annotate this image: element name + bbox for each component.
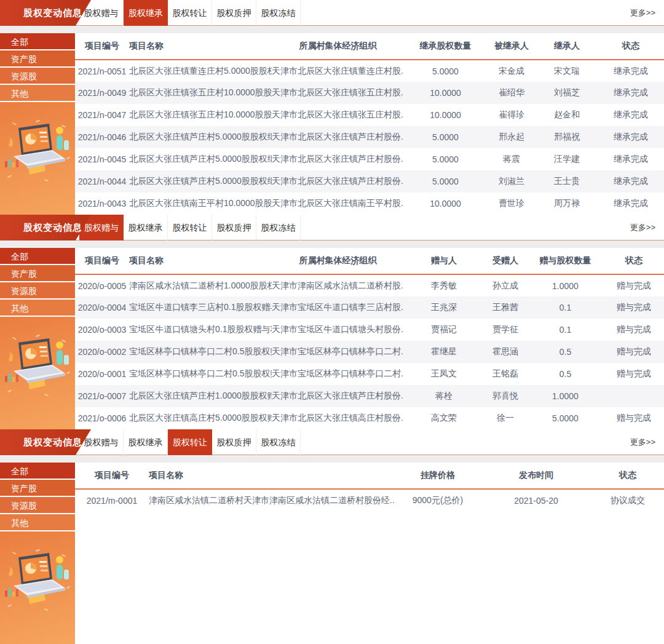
sidebar-item-全部[interactable]: 全部 <box>0 248 75 265</box>
section-content: 全部资产股资源股其他 项目编号项目名称所属村集体经济组织继承股权数量被继承人继承… <box>0 33 664 215</box>
more-link[interactable]: 更多>> <box>630 0 655 26</box>
table-cell: 天津市津南区咸水沽镇二道桥村股... <box>272 274 404 296</box>
column-header: 赠与人 <box>404 248 484 274</box>
category-sidebar: 全部资产股资源股其他 <box>0 248 75 429</box>
table-row[interactable]: 2021/o-0006北辰区大张庄镇高庄村5.0000股股权赠与...天津市北辰… <box>75 407 664 429</box>
tab-股权冻结[interactable]: 股权冻结 <box>256 0 301 26</box>
table-cell: 崔绍华 <box>487 82 536 104</box>
table-area: 项目编号项目名称所属村集体经济组织赠与人受赠人赠与股权数量状态 2020/o-0… <box>75 248 664 429</box>
table-row[interactable]: 2021/n-0047北辰区大张庄镇张五庄村10.0000股股权继...天津市北… <box>75 104 664 126</box>
section-gap <box>0 26 664 33</box>
table-row[interactable]: 2020/o-0003宝坻区牛道口镇塘头村0.1股股权赠与项目天津市宝坻区牛道口… <box>75 319 664 341</box>
column-header: 受赠人 <box>484 248 527 274</box>
table-row[interactable]: 2021/o-0007北辰区大张庄镇芦庄村1.0000股股权赠与...天津市北辰… <box>75 385 664 407</box>
table-row[interactable]: 2021/n-0051北辰区大张庄镇董连庄村5.0000股股权继...天津市北辰… <box>75 60 664 82</box>
table-cell: 2020/o-0005 <box>75 274 129 296</box>
laptop-chart-illustration <box>0 119 75 187</box>
table-cell: 2020/o-0003 <box>75 319 129 341</box>
sidebar-item-资源股[interactable]: 资源股 <box>0 282 75 300</box>
table-cell: 继承完成 <box>598 82 664 104</box>
table-cell: 天津市宝坻区牛道口镇李三店村股... <box>272 296 404 319</box>
table-row[interactable]: 2020/o-0004宝坻区牛道口镇李三店村0.1股股权赠与项目天津市宝坻区牛道… <box>75 296 664 319</box>
table-cell: 蒋震 <box>487 148 536 170</box>
table-cell: 2020/o-0004 <box>75 296 129 319</box>
table-cell: 10.0000 <box>404 193 487 215</box>
table-cell: 邢福祝 <box>536 126 598 148</box>
tab-股权继承[interactable]: 股权继承 <box>124 0 168 26</box>
tab-股权冻结[interactable]: 股权冻结 <box>256 215 301 241</box>
table-cell: 2020/o-0001 <box>75 363 129 385</box>
sidebar-item-资产股[interactable]: 资产股 <box>0 50 75 68</box>
table-cell: 0.5 <box>527 363 604 385</box>
tab-股权转让[interactable]: 股权转让 <box>168 215 212 241</box>
tab-股权继承[interactable]: 股权继承 <box>124 215 168 241</box>
tab-bar-tabs: 股权赠与股权继承股权转让股权质押股权冻结 <box>79 0 664 26</box>
sidebar-item-其他[interactable]: 其他 <box>0 514 75 531</box>
tab-股权转让[interactable]: 股权转让 <box>168 0 212 26</box>
table-cell: 赠与完成 <box>604 274 664 296</box>
table-cell: 赠与完成 <box>604 296 664 319</box>
table-cell: 郭喜悦 <box>484 385 527 407</box>
table-cell: 0.5 <box>527 341 604 363</box>
table-cell: 宋文瑞 <box>536 60 598 82</box>
tab-股权质押[interactable]: 股权质押 <box>212 0 256 26</box>
tab-股权冻结[interactable]: 股权冻结 <box>256 429 301 455</box>
table-cell: 贾学征 <box>484 319 527 341</box>
table-row[interactable]: 2021/n-0049北辰区大张庄镇张五庄村10.0000股股权继...天津市北… <box>75 82 664 104</box>
more-link[interactable]: 更多>> <box>630 429 655 455</box>
table-cell: 5.0000 <box>404 60 487 82</box>
table-row[interactable]: 2020/o-0002宝坻区林亭口镇林亭口二村0.5股股权赠与...天津市宝坻区… <box>75 341 664 363</box>
table-cell: 北辰区大张庄镇张五庄村10.0000股股权继... <box>129 82 272 104</box>
table-cell: 津南区咸水沽镇二道桥村天津市津南区咸水沽镇二道桥村股份经... <box>149 489 395 511</box>
table-cell: 10.0000 <box>404 104 487 126</box>
table-cell: 2021/n-0047 <box>75 104 129 126</box>
table-cell: 宝坻区牛道口镇塘头村0.1股股权赠与项目 <box>129 319 272 341</box>
table-cell: 2021/o-0007 <box>75 385 129 407</box>
table-header-row: 项目编号项目名称所属村集体经济组织赠与人受赠人赠与股权数量状态 <box>75 248 664 274</box>
table-row[interactable]: 2021/n-0044北辰区大张庄镇芦庄村5.0000股股权继承...天津市北辰… <box>75 170 664 193</box>
table-row[interactable]: 2021/m-0001津南区咸水沽镇二道桥村天津市津南区咸水沽镇二道桥村股份经.… <box>75 489 664 511</box>
sidebar-item-全部[interactable]: 全部 <box>0 33 75 50</box>
table-cell: 2021/n-0045 <box>75 148 129 170</box>
tab-bar: 股权变动信息 股权赠与股权继承股权转让股权质押股权冻结 更多>> <box>0 215 664 241</box>
table-cell: 2021/n-0049 <box>75 82 129 104</box>
tab-股权继承[interactable]: 股权继承 <box>124 429 168 455</box>
table-cell: 赠与完成 <box>604 407 664 429</box>
table-cell: 曹世珍 <box>487 193 536 215</box>
table-cell: 0.1 <box>527 319 604 341</box>
table-cell: 蒋栓 <box>404 385 484 407</box>
category-sidebar: 全部资产股资源股其他 <box>0 33 75 215</box>
table-cell: 天津市北辰区大张庄镇芦庄村股份... <box>272 170 404 193</box>
sidebar-item-资产股[interactable]: 资产股 <box>0 480 75 497</box>
more-link[interactable]: 更多>> <box>630 215 655 241</box>
section-gift: 股权变动信息 股权赠与股权继承股权转让股权质押股权冻结 更多>> 全部资产股资源… <box>0 215 664 429</box>
tab-股权质押[interactable]: 股权质押 <box>212 429 256 455</box>
table-cell: 继承完成 <box>598 126 664 148</box>
sidebar-items: 全部资产股资源股其他 <box>0 463 75 531</box>
sidebar-item-其他[interactable]: 其他 <box>0 85 75 102</box>
table-row[interactable]: 2021/n-0045北辰区大张庄镇芦庄村5.0000股股权继承...天津市北辰… <box>75 148 664 170</box>
table-cell: 天津市北辰区大张庄镇张五庄村股... <box>272 82 404 104</box>
table-cell: 2021-05-20 <box>481 489 591 511</box>
table-cell: 王雅茜 <box>484 296 527 319</box>
table-cell: 北辰区大张庄镇董连庄村5.0000股股权继... <box>129 60 272 82</box>
table-row[interactable]: 2021/n-0046北辰区大张庄镇芦庄村5.0000股股权继承...天津市北辰… <box>75 126 664 148</box>
column-header: 被继承人 <box>487 33 536 60</box>
tab-股权转让[interactable]: 股权转让 <box>168 429 212 455</box>
table-cell: 继承完成 <box>598 148 664 170</box>
tab-股权质押[interactable]: 股权质押 <box>212 215 256 241</box>
table-row[interactable]: 2020/o-0001宝坻区林亭口镇林亭口二村0.5股股权赠与...天津市宝坻区… <box>75 363 664 385</box>
sidebar-item-资源股[interactable]: 资源股 <box>0 497 75 514</box>
category-sidebar: 全部资产股资源股其他 <box>0 463 75 644</box>
sidebar-item-全部[interactable]: 全部 <box>0 463 75 480</box>
sidebar-item-资产股[interactable]: 资产股 <box>0 265 75 282</box>
table-cell: 天津市宝坻区牛道口镇塘头村股份... <box>272 319 404 341</box>
sidebar-item-资源股[interactable]: 资源股 <box>0 68 75 85</box>
sidebar-item-其他[interactable]: 其他 <box>0 300 75 317</box>
table-row[interactable]: 2021/n-0043北辰区大张庄镇南王平村10.0000股股权继...天津市北… <box>75 193 664 215</box>
table-cell: 继承完成 <box>598 60 664 82</box>
table-body: 2021/m-0001津南区咸水沽镇二道桥村天津市津南区咸水沽镇二道桥村股份经.… <box>75 489 664 511</box>
table-cell: 北辰区大张庄镇高庄村5.0000股股权赠与... <box>129 407 272 429</box>
table-row[interactable]: 2020/o-0005津南区咸水沽镇二道桥村1.0000股股权赠...天津市津南… <box>75 274 664 296</box>
table-cell: 0.1 <box>527 296 604 319</box>
